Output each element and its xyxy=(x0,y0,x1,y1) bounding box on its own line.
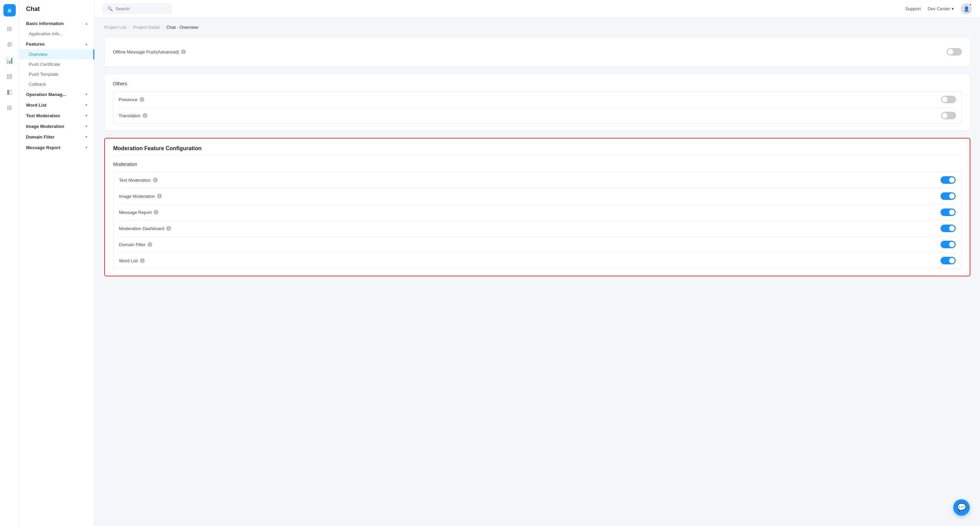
toggle-slider-domain-filter xyxy=(940,241,956,248)
sidebar-section-operation-manag[interactable]: Operation Manag... ▾ xyxy=(19,89,94,100)
sidebar-item-push-certificate[interactable]: Push Certificate xyxy=(19,59,94,69)
chevron-down-icon: ▾ xyxy=(85,135,88,139)
sidebar-section-label: Operation Manag... xyxy=(26,92,66,97)
offline-push-toggle[interactable] xyxy=(947,48,962,56)
sidebar-item-application-info[interactable]: Application Info... xyxy=(19,29,94,39)
image-moderation-row: Image Moderation i xyxy=(119,188,956,204)
presence-label: Presence i xyxy=(119,97,144,102)
info-icon-text-moderation[interactable]: i xyxy=(153,178,158,183)
chevron-down-icon: ▾ xyxy=(85,145,88,150)
word-list-label: Word List i xyxy=(119,258,145,263)
breadcrumb-project-list[interactable]: Project List xyxy=(104,25,126,30)
breadcrumb-current: Chat - Overview xyxy=(166,25,198,30)
domain-filter-label: Domain Filter i xyxy=(119,242,152,247)
header-right: Support Dev Center ▾ 👤 xyxy=(905,3,972,14)
message-report-label: Message Report i xyxy=(119,210,158,215)
domain-filter-toggle[interactable] xyxy=(940,241,956,248)
toggle-slider-moderation-dashboard xyxy=(940,225,956,232)
translation-row: Translation i xyxy=(119,108,956,124)
sidebar-section-image-moderation[interactable]: Image Moderation ▾ xyxy=(19,121,94,132)
icon-bar-dashboard[interactable]: ⊞ xyxy=(3,22,16,36)
info-icon-presence[interactable]: i xyxy=(140,97,144,102)
offline-push-label: Offline Message Push(Advanced) i xyxy=(113,49,186,54)
image-moderation-label: Image Moderation i xyxy=(119,194,162,199)
sidebar-section-domain-filter[interactable]: Domain Filter ▾ xyxy=(19,132,94,142)
icon-bar-analytics[interactable]: 📊 xyxy=(3,54,16,67)
moderation-inner-card: Text Moderation i Image Moderation i xyxy=(113,172,961,269)
chevron-down-icon: ▾ xyxy=(85,124,88,129)
main-area: 🔍 Support Dev Center ▾ 👤 Project List xyxy=(95,0,980,526)
chevron-down-icon: ▾ xyxy=(85,92,88,97)
sidebar-section-features[interactable]: Features ▴ xyxy=(19,39,94,49)
breadcrumb: Project List / Project Detail / Chat - O… xyxy=(104,25,970,30)
translation-toggle[interactable] xyxy=(941,112,956,119)
chevron-down-icon: ▾ xyxy=(951,6,954,11)
toggle-slider-word-list xyxy=(940,257,956,264)
search-input[interactable] xyxy=(116,6,167,11)
chevron-down-icon: ▾ xyxy=(85,103,88,107)
info-icon-domain-filter[interactable]: i xyxy=(148,242,152,247)
word-list-row: Word List i xyxy=(119,253,956,269)
offline-push-card: Offline Message Push(Advanced) i xyxy=(104,37,970,67)
toggle-slider-presence xyxy=(941,96,956,103)
moderation-dashboard-toggle[interactable] xyxy=(940,225,956,232)
chevron-up-icon: ▴ xyxy=(85,21,88,26)
info-icon-translation[interactable]: i xyxy=(143,113,148,118)
content-area: Project List / Project Detail / Chat - O… xyxy=(95,18,980,526)
sidebar-item-push-template[interactable]: Push Template xyxy=(19,69,94,79)
message-report-toggle[interactable] xyxy=(940,208,956,216)
info-icon-word-list[interactable]: i xyxy=(140,258,145,263)
sidebar-section-word-list[interactable]: Word List ▾ xyxy=(19,100,94,110)
sidebar-item-overview[interactable]: Overview xyxy=(19,49,94,59)
word-list-toggle[interactable] xyxy=(940,257,956,264)
sidebar-section-label: Features xyxy=(26,41,45,47)
chevron-down-icon: ▾ xyxy=(85,113,88,118)
icon-bar-grid[interactable]: ⊞ xyxy=(3,101,16,114)
sidebar-section-basic-information[interactable]: Basic Information ▴ xyxy=(19,18,94,29)
sidebar-section-label: Image Moderation xyxy=(26,124,64,129)
toggle-slider-message-report xyxy=(940,208,956,216)
dev-center-dropdown[interactable]: Dev Center ▾ xyxy=(928,6,954,11)
avatar-wrap[interactable]: 👤 xyxy=(961,3,972,14)
search-icon: 🔍 xyxy=(107,6,113,11)
text-moderation-toggle[interactable] xyxy=(940,176,956,184)
image-moderation-toggle[interactable] xyxy=(940,192,956,200)
toggle-slider-image-moderation xyxy=(940,192,956,200)
sidebar-section-label: Domain Filter xyxy=(26,134,54,140)
presence-toggle[interactable] xyxy=(941,96,956,103)
info-icon-image-moderation[interactable]: i xyxy=(157,194,162,199)
icon-bar-map[interactable]: ▤ xyxy=(3,69,16,83)
translation-label: Translation i xyxy=(119,113,148,118)
sidebar-section-label: Basic Information xyxy=(26,21,64,26)
toggle-slider-translation xyxy=(941,112,956,119)
others-inner-card: Presence i Translation i xyxy=(113,91,962,124)
support-link[interactable]: Support xyxy=(905,6,921,11)
sidebar-section-text-moderation[interactable]: Text Moderation ▾ xyxy=(19,110,94,121)
app-logo[interactable]: a xyxy=(3,4,16,16)
breadcrumb-sep-1: / xyxy=(129,25,130,30)
sidebar-app-title: Chat xyxy=(19,5,94,18)
icon-bar-search[interactable]: ⚙ xyxy=(3,38,16,51)
domain-filter-row: Domain Filter i xyxy=(119,237,956,253)
search-box[interactable]: 🔍 xyxy=(103,4,172,14)
offline-push-row: Offline Message Push(Advanced) i xyxy=(113,44,962,60)
others-card: Others Presence i Translation xyxy=(104,74,970,131)
sidebar-section-label: Message Report xyxy=(26,145,60,150)
others-section-title: Others xyxy=(113,81,962,86)
sidebar-section-message-report[interactable]: Message Report ▾ xyxy=(19,142,94,153)
float-chat-button[interactable]: 💬 xyxy=(953,499,970,516)
info-icon-moderation-dashboard[interactable]: i xyxy=(166,226,171,231)
presence-row: Presence i xyxy=(119,92,956,108)
chevron-up-icon: ▴ xyxy=(85,42,88,46)
moderation-dashboard-row: Moderation Dashboard i xyxy=(119,221,956,237)
info-icon-message-report[interactable]: i xyxy=(154,210,158,215)
icon-bar: a ⊞ ⚙ 📊 ▤ ◧ ⊞ xyxy=(0,0,19,526)
toggle-slider-offline-push xyxy=(947,48,962,56)
icon-bar-box[interactable]: ◧ xyxy=(3,85,16,99)
info-icon-offline-push[interactable]: i xyxy=(181,49,186,54)
sidebar-item-callback[interactable]: Callback xyxy=(19,79,94,89)
breadcrumb-project-detail[interactable]: Project Detail xyxy=(133,25,159,30)
sidebar: Chat Basic Information ▴ Application Inf… xyxy=(19,0,95,526)
moderation-section-label: Moderation xyxy=(113,162,961,167)
breadcrumb-sep-2: / xyxy=(162,25,164,30)
